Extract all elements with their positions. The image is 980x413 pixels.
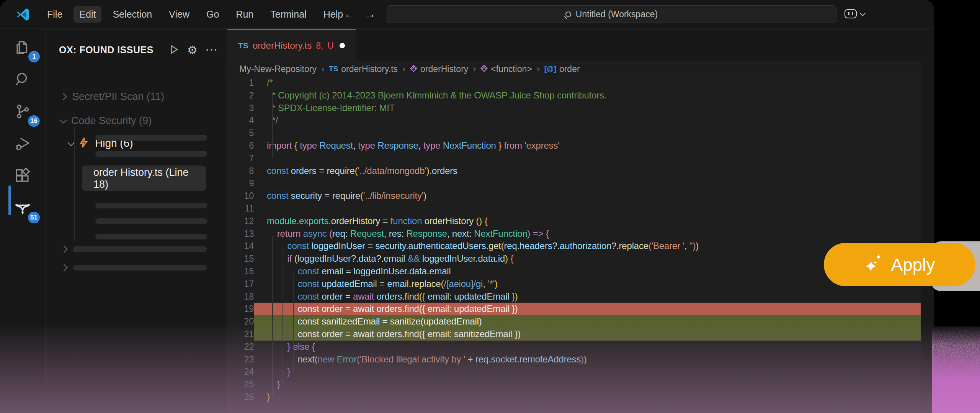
activity-ox-security[interactable]: 51 — [0, 193, 45, 223]
code-text: } — [254, 365, 921, 378]
code-line-4[interactable]: 4*/ — [226, 114, 934, 127]
chevron-down-icon — [60, 116, 67, 123]
line-number: 26 — [226, 391, 254, 403]
code-line-11[interactable]: 11 — [226, 202, 934, 215]
settings-gear-icon[interactable]: ⚙ — [187, 44, 198, 56]
code-line-10[interactable]: 10const security = require('../lib/insec… — [226, 190, 934, 202]
breadcrumb-item[interactable]: orderHistory — [410, 64, 468, 74]
code-line-8[interactable]: 8const orders = require('../data/mongodb… — [226, 165, 934, 177]
line-number: 22 — [226, 341, 254, 353]
line-number: 5 — [226, 127, 254, 139]
run-scan-button[interactable] — [169, 44, 179, 56]
issue-placeholder — [95, 203, 207, 208]
code-text-added: const order = await orders.find({ email:… — [254, 328, 921, 341]
apply-button[interactable]: ✦✦✦ Apply — [824, 243, 975, 286]
breadcrumb-item[interactable]: [@]order — [544, 64, 580, 74]
breadcrumb-separator: › — [473, 64, 476, 74]
menu-view[interactable]: View — [163, 6, 195, 23]
activity-search[interactable] — [0, 64, 45, 95]
line-number: 12 — [226, 215, 254, 228]
vscode-logo-icon — [16, 8, 30, 21]
code-text: * SPDX-License-Identifier: MIT — [254, 102, 921, 115]
line-number: 24 — [226, 365, 254, 378]
code-line-23[interactable]: 23next(new Error('Blocked illegal activi… — [226, 353, 934, 366]
code-text — [254, 152, 921, 165]
code-text: } — [254, 391, 921, 403]
code-line-25[interactable]: 25} — [226, 378, 934, 391]
chevron-right-icon — [60, 264, 67, 271]
collapsed-group-row[interactable] — [62, 265, 207, 270]
copilot-icon — [844, 9, 857, 18]
account-menu[interactable] — [844, 9, 865, 18]
code-line-5[interactable]: 5 — [226, 127, 934, 139]
activity-source-control[interactable]: 16 — [0, 96, 45, 127]
breadcrumb-label: order — [559, 64, 580, 74]
menu-go[interactable]: Go — [201, 6, 225, 23]
sparkle-icon: ✦✦✦ — [864, 255, 882, 275]
breadcrumb-item[interactable]: <function> — [480, 64, 532, 74]
code-line-3[interactable]: 3* SPDX-License-Identifier: MIT — [226, 102, 934, 115]
symbol-class-icon — [480, 64, 488, 74]
symbol-class-icon — [410, 64, 417, 74]
explorer-badge: 1 — [28, 51, 40, 62]
tab-problem-count: 8, — [316, 41, 323, 51]
activity-explorer[interactable]: 1 — [0, 32, 45, 62]
symbol-variable-icon: [@] — [544, 65, 556, 73]
issue-placeholder — [95, 135, 207, 141]
code-text-removed: const order = await orders.find({ email:… — [254, 303, 921, 315]
selected-issue-item[interactable]: order History.ts (Line 18) — [82, 166, 206, 191]
activity-run-debug[interactable] — [0, 128, 45, 159]
code-text: if (loggedInUser?.data?.email && loggedI… — [254, 252, 921, 265]
menu-selection[interactable]: Selection — [107, 6, 158, 23]
tree-secret-pii-scan[interactable]: Secret/PII Scan (11) — [61, 91, 164, 103]
code-line-26[interactable]: 26} — [226, 391, 934, 403]
issue-placeholder — [95, 218, 207, 224]
tab-orderhistory[interactable]: TS orderHistory.ts 8, U — [227, 29, 356, 61]
code-line-14[interactable]: 14const loggedInUser = security.authenti… — [226, 240, 934, 252]
chevron-right-icon — [60, 246, 67, 252]
code-line-20[interactable]: 20const sanitizedEmail = sanitize(update… — [226, 315, 934, 328]
code-line-21[interactable]: 21const order = await orders.find({ emai… — [226, 328, 934, 341]
code-line-13[interactable]: 13return async (req: Request, res: Respo… — [226, 228, 934, 240]
selected-issue-label: order History.ts (Line 18) — [93, 167, 206, 190]
code-line-19[interactable]: 19const order = await orders.find({ emai… — [226, 303, 934, 315]
collapsed-group-row[interactable] — [62, 246, 207, 252]
back-arrow-icon[interactable]: ← — [344, 7, 356, 21]
ox-badge: 51 — [28, 212, 40, 223]
indent-guide — [293, 274, 294, 372]
code-line-24[interactable]: 24} — [226, 365, 934, 378]
active-item-indicator — [8, 185, 11, 215]
code-text: } — [254, 378, 921, 391]
code-line-22[interactable]: 22} else { — [226, 341, 934, 353]
chevron-down-icon — [860, 10, 866, 16]
line-number: 14 — [226, 240, 254, 252]
menu-run[interactable]: Run — [230, 6, 259, 23]
more-actions-icon[interactable]: ··· — [206, 44, 218, 56]
activity-extensions[interactable] — [0, 161, 45, 191]
menu-edit[interactable]: Edit — [74, 6, 101, 23]
editor-group: TS orderHistory.ts 8, U My-New-Repositor… — [226, 29, 934, 413]
code-text: const loggedInUser = security.authentica… — [254, 240, 921, 252]
command-center-search[interactable]: Untitled (Workspace) — [387, 5, 836, 23]
breadcrumb-item[interactable]: TSorderHistory.ts — [329, 64, 398, 74]
code-line-12[interactable]: 12module.exports.orderHistory = function… — [226, 215, 934, 228]
code-line-1[interactable]: 1/* — [226, 77, 934, 89]
menu-file[interactable]: File — [41, 6, 68, 23]
line-number: 11 — [226, 202, 254, 215]
code-line-9[interactable]: 9 — [226, 177, 934, 190]
code-line-6[interactable]: 6import { type Request, type Response, t… — [226, 139, 934, 152]
code-line-18[interactable]: 18const order = await orders.find({ emai… — [226, 290, 934, 303]
code-line-2[interactable]: 2* Copyright (c) 2014-2023 Bjoern Kimmin… — [226, 89, 934, 102]
code-line-17[interactable]: 17const updatedEmail = email.replace(/[a… — [226, 278, 934, 290]
run-debug-icon — [15, 136, 31, 152]
tree-code-security[interactable]: Code Security (9) — [60, 115, 152, 127]
forward-arrow-icon[interactable]: → — [364, 7, 376, 21]
code-line-7[interactable]: 7 — [226, 152, 934, 165]
modified-dot-icon[interactable] — [340, 43, 345, 48]
menu-terminal[interactable]: Terminal — [265, 6, 312, 23]
issue-placeholder — [95, 234, 207, 239]
title-bar: FileEditSelectionViewGoRunTerminalHelp ←… — [0, 0, 934, 28]
breadcrumb-item[interactable]: My-New-Repository — [239, 64, 317, 74]
apply-button-label: Apply — [891, 254, 935, 275]
code-text: /* — [254, 77, 921, 89]
